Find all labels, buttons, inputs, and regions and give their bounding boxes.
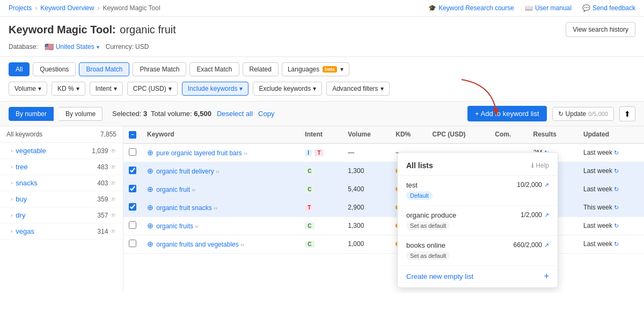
keyword-link[interactable]: organic fruits and vegetables: [156, 241, 238, 248]
table-row: ⊕ organic fruits and vegetables ›› C 1,0…: [123, 235, 644, 253]
expand-icon: ›: [11, 164, 12, 170]
add-icon[interactable]: ⊕: [147, 240, 153, 248]
row-checkbox[interactable]: [129, 203, 136, 211]
eye-icon: 👁: [110, 147, 116, 155]
intent-filter[interactable]: Intent ▾: [90, 82, 123, 96]
exclude-keywords-filter[interactable]: Exclude keywords ▾: [253, 82, 322, 96]
com-col-header[interactable]: Com.: [489, 126, 528, 143]
refresh-icon[interactable]: ↻: [614, 168, 619, 174]
by-number-button[interactable]: By number: [9, 107, 54, 121]
action-bar: By number By volume Selected: 3 Total vo…: [0, 101, 644, 126]
list-item-books-online[interactable]: books online 660/2,000 ↗ Set as default: [398, 236, 558, 266]
expand-icon: ›: [11, 180, 12, 186]
add-icon[interactable]: ⊕: [147, 221, 153, 230]
table-row: ⊕ organic fruit ›› C 5,400 75 0.68 1.00 …: [123, 180, 644, 198]
send-feedback-link[interactable]: 💬 Send feedback: [582, 4, 635, 12]
tab-phrase-match[interactable]: Phrase Match: [133, 62, 186, 76]
intent-col-header: Intent: [299, 126, 342, 143]
kd-col-header[interactable]: KD%: [390, 126, 427, 143]
breadcrumb-keyword-overview[interactable]: Keyword Overview: [40, 4, 94, 12]
refresh-icon[interactable]: ↻: [614, 186, 619, 192]
refresh-icon[interactable]: ↻: [614, 241, 619, 247]
help-link[interactable]: ℹ Help: [531, 162, 549, 169]
refresh-icon[interactable]: ↻: [614, 149, 619, 156]
create-new-list-row[interactable]: Create new empty list +: [398, 266, 558, 283]
table-row: ⊕ organic fruit snacks ›› T 2,900 55 0.5…: [123, 198, 644, 217]
set-as-default-badge[interactable]: Set as default: [406, 221, 450, 230]
deselect-all-link[interactable]: Deselect all: [217, 110, 253, 118]
add-icon[interactable]: ⊕: [147, 203, 153, 212]
external-link-icon[interactable]: ↗: [544, 212, 549, 219]
intent-badge-c: C: [305, 186, 314, 193]
tab-exact-match[interactable]: Exact Match: [189, 62, 239, 76]
row-checkbox[interactable]: [129, 167, 136, 174]
copy-link[interactable]: Copy: [258, 110, 274, 118]
user-manual-link[interactable]: 📖 User manual: [525, 4, 572, 12]
row-checkbox[interactable]: [129, 221, 136, 229]
cpc-col-header[interactable]: CPC (USD): [427, 126, 490, 143]
research-course-link[interactable]: 🎓 Keyword Research course: [428, 4, 514, 12]
tab-questions[interactable]: Questions: [33, 62, 76, 76]
more-arrows: ››: [214, 205, 217, 211]
refresh-icon[interactable]: ↻: [614, 222, 619, 229]
volume-col-header[interactable]: Volume: [342, 126, 390, 143]
refresh-icon: ↻: [558, 110, 564, 118]
plus-icon: +: [544, 271, 549, 281]
list-item-organic-produce[interactable]: organic produce 1/2,000 ↗ Set as default: [398, 206, 558, 236]
set-as-default-badge[interactable]: Set as default: [406, 251, 450, 260]
filter-dropdowns-row: Volume ▾ KD % ▾ Intent ▾ CPC (USD) ▾ Inc…: [0, 80, 644, 101]
tab-all[interactable]: All: [9, 62, 30, 76]
external-link-icon[interactable]: ↗: [544, 182, 549, 189]
minus-checkbox[interactable]: –: [129, 131, 136, 139]
expand-icon: ›: [11, 212, 12, 218]
sidebar-item-buy[interactable]: › buy 359 👁: [0, 191, 123, 207]
default-badge: Default: [406, 191, 433, 200]
volume-filter[interactable]: Volume ▾: [9, 82, 47, 96]
keyword-link[interactable]: organic fruit snacks: [156, 204, 211, 212]
table-row: ⊕ organic fruits ›› C 1,300 48 0.79 1.00…: [123, 217, 644, 235]
us-flag-icon: 🇺🇸: [45, 42, 54, 51]
include-keywords-filter[interactable]: Include keywords ▾: [182, 82, 249, 96]
cpc-filter[interactable]: CPC (USD) ▾: [127, 82, 178, 96]
sidebar-item-dry[interactable]: › dry 357 👁: [0, 207, 123, 224]
update-button[interactable]: ↻ Update 0/5,000: [552, 107, 614, 121]
sidebar-item-tree[interactable]: › tree 483 👁: [0, 159, 123, 175]
kd-filter[interactable]: KD % ▾: [52, 82, 85, 96]
row-checkbox[interactable]: [129, 240, 136, 247]
advanced-filter[interactable]: Advanced filters ▾: [326, 82, 389, 96]
add-icon[interactable]: ⊕: [147, 148, 153, 157]
chevron-down-icon: ▾: [239, 85, 243, 92]
refresh-icon[interactable]: ↻: [614, 204, 619, 211]
view-search-history-button[interactable]: View search history: [566, 22, 635, 37]
sidebar-item-snacks[interactable]: › snacks 403 👁: [0, 175, 123, 191]
list-item-test[interactable]: test 10/2,000 ↗ Default: [398, 176, 558, 206]
keyword-link[interactable]: organic fruits: [156, 222, 193, 230]
tab-broad-match[interactable]: Broad Match: [79, 62, 129, 76]
row-checkbox[interactable]: [129, 148, 136, 156]
add-icon[interactable]: ⊕: [147, 167, 153, 175]
database-selector[interactable]: 🇺🇸 United States ▾: [45, 42, 99, 51]
add-to-keyword-list-button[interactable]: + Add to keyword list: [467, 106, 547, 121]
sidebar-item-vegetable[interactable]: › vegetable 1,039 👁: [0, 143, 123, 159]
languages-button[interactable]: Languages beta ▾: [282, 62, 349, 76]
page-title: Keyword Magic Tool: organic fruit: [9, 24, 176, 36]
table-row: ⊕ pure organic layered fruit bars ›› I T…: [123, 143, 644, 162]
keyword-link[interactable]: organic fruit delivery: [156, 168, 214, 175]
book-icon: 📖: [525, 4, 533, 12]
external-link-icon[interactable]: ↗: [544, 242, 549, 249]
keyword-link[interactable]: organic fruit: [156, 186, 190, 193]
select-all-header[interactable]: –: [123, 126, 142, 143]
add-icon[interactable]: ⊕: [147, 185, 153, 193]
export-button[interactable]: ⬆: [619, 106, 635, 121]
graduation-icon: 🎓: [428, 4, 436, 12]
updated-col-header: Updated: [578, 126, 644, 143]
row-checkbox[interactable]: [129, 185, 136, 192]
chevron-down-icon: ▾: [38, 85, 41, 92]
keyword-link[interactable]: pure organic layered fruit bars: [156, 149, 241, 157]
page-header: Keyword Magic Tool: organic fruit View s…: [0, 17, 644, 40]
sidebar-item-vegas[interactable]: › vegas 314 👁: [0, 224, 123, 240]
tab-related[interactable]: Related: [243, 62, 279, 76]
by-volume-button[interactable]: By volume: [59, 107, 103, 121]
chevron-down-icon: ▾: [76, 85, 79, 92]
breadcrumb-projects[interactable]: Projects: [9, 4, 32, 12]
